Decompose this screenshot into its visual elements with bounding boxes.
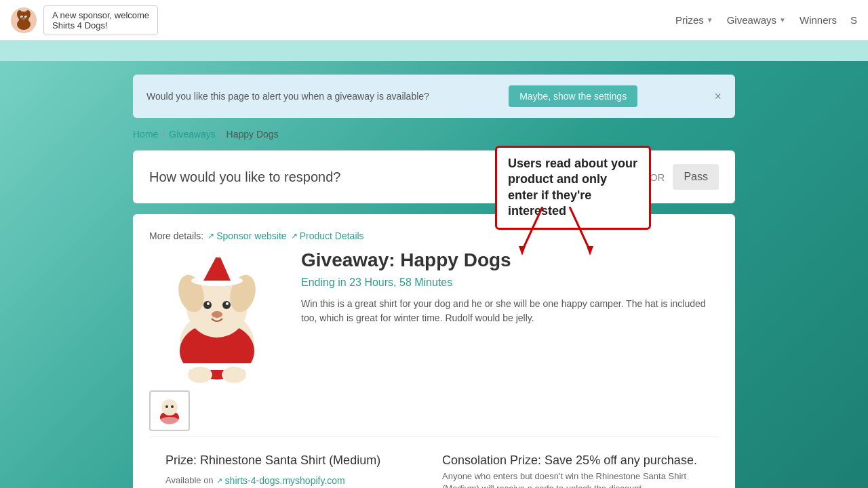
alert-close-button[interactable]: ×	[714, 89, 722, 104]
pass-button[interactable]: Pass	[673, 164, 719, 190]
sponsor-avatar	[11, 7, 37, 33]
nav-giveaways-label: Giveaways	[727, 14, 776, 26]
consolation-description: Anyone who enters but doesn't win the Rh…	[442, 470, 703, 488]
thumbnail-row	[149, 390, 285, 431]
nav-giveaways[interactable]: Giveaways ▼	[727, 14, 786, 26]
product-details-text: Product Details	[300, 230, 364, 241]
sponsor-website-link[interactable]: ↗ Sponsor website	[208, 230, 287, 241]
svg-point-33	[165, 405, 168, 408]
response-question: How would you like to respond?	[149, 169, 340, 185]
divider	[149, 436, 719, 437]
prize-section: Prize: Rhinestone Santa Shirt (Medium) A…	[165, 453, 426, 488]
prize-title: Prize: Rhinestone Santa Shirt (Medium)	[165, 453, 426, 468]
product-details-link[interactable]: ↗ Product Details	[291, 230, 364, 241]
bottom-section: Prize: Rhinestone Santa Shirt (Medium) A…	[149, 443, 719, 488]
svg-marker-13	[587, 246, 593, 256]
svg-point-20	[203, 301, 212, 309]
wave-decoration	[0, 41, 868, 61]
svg-point-8	[26, 16, 27, 18]
breadcrumb-home[interactable]: Home	[133, 129, 158, 140]
nav-prizes-label: Prizes	[675, 14, 704, 26]
svg-point-29	[222, 367, 246, 383]
breadcrumb-sep1: /	[162, 129, 165, 140]
dog-image	[149, 249, 285, 385]
navbar: A new sponsor, welcome Shirts 4 Dogs! Pr…	[0, 0, 868, 41]
alert-banner: Would you like this page to alert you wh…	[133, 75, 735, 118]
or-label: OR	[650, 171, 665, 183]
available-on-text: Available on	[165, 474, 214, 487]
alert-settings-button[interactable]: Maybe, show the settings	[509, 85, 637, 107]
nav-winners-label: Winners	[800, 14, 837, 26]
more-details-label: More details:	[149, 230, 203, 241]
svg-line-10	[522, 207, 542, 251]
sponsor-toast: A new sponsor, welcome Shirts 4 Dogs!	[43, 5, 158, 35]
external-link-icon1: ↗	[208, 231, 214, 241]
giveaway-body: Giveaway: Happy Dogs Ending in 23 Hours,…	[149, 249, 719, 431]
navbar-left: A new sponsor, welcome Shirts 4 Dogs!	[11, 5, 158, 35]
svg-point-31	[161, 399, 178, 415]
navbar-right: Prizes ▼ Giveaways ▼ Winners S	[675, 14, 857, 26]
svg-point-9	[22, 18, 25, 20]
giveaways-dropdown-icon: ▼	[779, 16, 786, 24]
consolation-title: Consolation Prize: Save 25% off any purc…	[442, 453, 703, 468]
breadcrumb-giveaways[interactable]: Giveaways	[169, 129, 215, 140]
svg-point-21	[222, 301, 231, 309]
giveaway-timer[interactable]: Ending in 23 Hours, 58 Minutes	[301, 277, 719, 289]
breadcrumb: Home / Giveaways / Happy Dogs	[133, 129, 735, 140]
nav-more[interactable]: S	[850, 14, 857, 26]
svg-point-24	[212, 311, 222, 318]
alert-text: Would you like this page to alert you wh…	[146, 91, 429, 102]
product-thumbnail[interactable]	[149, 390, 190, 431]
giveaway-description: Win this is a great shirt for your dog a…	[301, 297, 719, 325]
store-link[interactable]: shirts-4-dogs.myshopify.com	[225, 475, 345, 486]
giveaway-image-section	[149, 249, 285, 431]
svg-marker-11	[519, 246, 526, 256]
svg-point-22	[207, 302, 210, 305]
breadcrumb-sep2: /	[220, 129, 222, 140]
giveaway-card: More details: ↗ Sponsor website ↗ Produc…	[133, 214, 735, 488]
sponsor-website-text: Sponsor website	[216, 230, 287, 241]
svg-point-27	[214, 249, 223, 258]
consolation-section: Consolation Prize: Save 25% off any purc…	[442, 453, 703, 488]
external-link-icon2: ↗	[291, 231, 298, 241]
giveaway-info: Giveaway: Happy Dogs Ending in 23 Hours,…	[301, 249, 719, 431]
nav-prizes[interactable]: Prizes ▼	[675, 14, 713, 26]
svg-rect-16	[180, 363, 254, 370]
svg-line-12	[570, 207, 590, 251]
svg-point-34	[171, 405, 174, 408]
svg-point-7	[22, 16, 23, 18]
arrow-annotation	[502, 207, 637, 261]
nav-more-label: S	[850, 14, 857, 26]
toast-line2: Shirts 4 Dogs!	[52, 20, 149, 30]
toast-line1: A new sponsor, welcome	[52, 10, 149, 20]
nav-winners[interactable]: Winners	[800, 14, 837, 26]
breadcrumb-current: Happy Dogs	[226, 129, 279, 140]
store-external-icon: ↗	[216, 476, 222, 485]
prizes-dropdown-icon: ▼	[707, 16, 713, 24]
main-content: Would you like this page to alert you wh…	[122, 75, 746, 488]
svg-point-23	[226, 302, 229, 305]
svg-point-28	[188, 367, 212, 383]
